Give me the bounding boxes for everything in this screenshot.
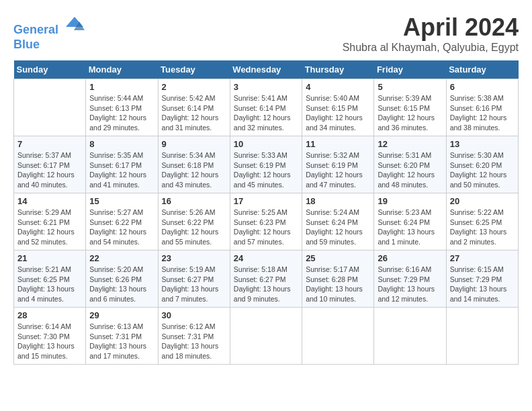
day-number: 25: [306, 253, 370, 263]
day-number: 21: [17, 253, 82, 263]
day-number: 9: [162, 139, 226, 149]
calendar-cell: 18Sunrise: 5:24 AM Sunset: 6:24 PM Dayli…: [302, 193, 374, 250]
day-detail: Sunrise: 5:26 AM Sunset: 6:22 PM Dayligh…: [162, 208, 226, 247]
calendar-cell: [446, 308, 518, 365]
calendar-cell: 30Sunrise: 6:12 AM Sunset: 7:31 PM Dayli…: [158, 308, 230, 365]
day-detail: Sunrise: 5:25 AM Sunset: 6:23 PM Dayligh…: [234, 208, 298, 247]
header-day-tuesday: Tuesday: [158, 60, 230, 79]
calendar-cell: 4Sunrise: 5:40 AM Sunset: 6:15 PM Daylig…: [302, 79, 374, 136]
day-number: 17: [234, 196, 298, 206]
day-detail: Sunrise: 5:18 AM Sunset: 6:27 PM Dayligh…: [234, 265, 298, 304]
calendar-week-3: 14Sunrise: 5:29 AM Sunset: 6:21 PM Dayli…: [14, 193, 519, 250]
day-detail: Sunrise: 5:39 AM Sunset: 6:15 PM Dayligh…: [378, 93, 442, 133]
logo: General Blue: [13, 13, 85, 52]
calendar-header-row: SundayMondayTuesdayWednesdayThursdayFrid…: [14, 60, 519, 79]
day-number: 3: [234, 82, 298, 92]
day-number: 2: [162, 82, 226, 92]
day-number: 10: [234, 139, 298, 149]
day-number: 22: [89, 253, 154, 263]
day-number: 1: [89, 82, 154, 92]
day-detail: Sunrise: 5:34 AM Sunset: 6:18 PM Dayligh…: [162, 150, 226, 190]
title-area: April 2024 Shubra al Khaymah, Qalyubia, …: [343, 13, 519, 54]
calendar-cell: [14, 79, 86, 136]
page-header: General Blue April 2024 Shubra al Khayma…: [13, 13, 519, 54]
day-detail: Sunrise: 6:16 AM Sunset: 7:29 PM Dayligh…: [378, 265, 442, 304]
day-detail: Sunrise: 5:44 AM Sunset: 6:13 PM Dayligh…: [89, 93, 154, 133]
day-detail: Sunrise: 5:19 AM Sunset: 6:27 PM Dayligh…: [162, 265, 226, 304]
day-number: 16: [162, 196, 226, 206]
day-detail: Sunrise: 5:20 AM Sunset: 6:26 PM Dayligh…: [89, 265, 154, 304]
location-subtitle: Shubra al Khaymah, Qalyubia, Egypt: [343, 42, 519, 54]
calendar-cell: 24Sunrise: 5:18 AM Sunset: 6:27 PM Dayli…: [230, 250, 302, 308]
day-detail: Sunrise: 5:17 AM Sunset: 6:28 PM Dayligh…: [306, 265, 370, 304]
calendar-cell: 20Sunrise: 5:22 AM Sunset: 6:25 PM Dayli…: [446, 193, 518, 250]
day-detail: Sunrise: 5:35 AM Sunset: 6:17 PM Dayligh…: [89, 150, 154, 190]
calendar-week-2: 7Sunrise: 5:37 AM Sunset: 6:17 PM Daylig…: [14, 136, 519, 193]
day-detail: Sunrise: 5:23 AM Sunset: 6:24 PM Dayligh…: [378, 208, 442, 247]
day-number: 14: [17, 196, 82, 206]
calendar-cell: 27Sunrise: 6:15 AM Sunset: 7:29 PM Dayli…: [446, 250, 518, 308]
header-day-thursday: Thursday: [302, 60, 374, 79]
day-number: 4: [306, 82, 370, 92]
calendar-cell: 13Sunrise: 5:30 AM Sunset: 6:20 PM Dayli…: [446, 136, 518, 193]
logo-line1: General: [13, 23, 58, 36]
day-number: 29: [89, 310, 154, 320]
calendar-cell: 11Sunrise: 5:32 AM Sunset: 6:19 PM Dayli…: [302, 136, 374, 193]
day-detail: Sunrise: 5:40 AM Sunset: 6:15 PM Dayligh…: [306, 93, 370, 133]
day-number: 30: [162, 310, 226, 320]
calendar-cell: 3Sunrise: 5:41 AM Sunset: 6:14 PM Daylig…: [230, 79, 302, 136]
day-number: 23: [162, 253, 226, 263]
calendar-table: SundayMondayTuesdayWednesdayThursdayFrid…: [13, 60, 519, 365]
day-number: 7: [17, 139, 82, 149]
header-day-friday: Friday: [374, 60, 446, 79]
day-number: 24: [234, 253, 298, 263]
calendar-week-4: 21Sunrise: 5:21 AM Sunset: 6:25 PM Dayli…: [14, 250, 519, 308]
day-detail: Sunrise: 5:22 AM Sunset: 6:25 PM Dayligh…: [450, 208, 515, 247]
day-number: 13: [450, 139, 515, 149]
day-number: 12: [378, 139, 442, 149]
calendar-cell: 22Sunrise: 5:20 AM Sunset: 6:26 PM Dayli…: [86, 250, 158, 308]
calendar-cell: 14Sunrise: 5:29 AM Sunset: 6:21 PM Dayli…: [14, 193, 86, 250]
calendar-cell: 23Sunrise: 5:19 AM Sunset: 6:27 PM Dayli…: [158, 250, 230, 308]
calendar-cell: [374, 308, 446, 365]
calendar-cell: 12Sunrise: 5:31 AM Sunset: 6:20 PM Dayli…: [374, 136, 446, 193]
day-detail: Sunrise: 5:24 AM Sunset: 6:24 PM Dayligh…: [306, 208, 370, 247]
logo-icon: [64, 13, 85, 34]
calendar-week-5: 28Sunrise: 6:14 AM Sunset: 7:30 PM Dayli…: [14, 308, 519, 365]
logo-text: General: [13, 13, 85, 38]
calendar-cell: 9Sunrise: 5:34 AM Sunset: 6:18 PM Daylig…: [158, 136, 230, 193]
calendar-cell: 25Sunrise: 5:17 AM Sunset: 6:28 PM Dayli…: [302, 250, 374, 308]
day-detail: Sunrise: 5:31 AM Sunset: 6:20 PM Dayligh…: [378, 150, 442, 190]
day-detail: Sunrise: 6:14 AM Sunset: 7:30 PM Dayligh…: [17, 322, 82, 361]
calendar-cell: 5Sunrise: 5:39 AM Sunset: 6:15 PM Daylig…: [374, 79, 446, 136]
calendar-cell: 15Sunrise: 5:27 AM Sunset: 6:22 PM Dayli…: [86, 193, 158, 250]
calendar-cell: 29Sunrise: 6:13 AM Sunset: 7:31 PM Dayli…: [86, 308, 158, 365]
day-number: 19: [378, 196, 442, 206]
calendar-cell: 16Sunrise: 5:26 AM Sunset: 6:22 PM Dayli…: [158, 193, 230, 250]
header-day-saturday: Saturday: [446, 60, 518, 79]
calendar-cell: 10Sunrise: 5:33 AM Sunset: 6:19 PM Dayli…: [230, 136, 302, 193]
day-number: 26: [378, 253, 442, 263]
day-number: 5: [378, 82, 442, 92]
calendar-cell: 19Sunrise: 5:23 AM Sunset: 6:24 PM Dayli…: [374, 193, 446, 250]
day-detail: Sunrise: 5:42 AM Sunset: 6:14 PM Dayligh…: [162, 93, 226, 133]
calendar-cell: 26Sunrise: 6:16 AM Sunset: 7:29 PM Dayli…: [374, 250, 446, 308]
calendar-cell: 6Sunrise: 5:38 AM Sunset: 6:16 PM Daylig…: [446, 79, 518, 136]
header-day-monday: Monday: [86, 60, 158, 79]
day-number: 6: [450, 82, 515, 92]
day-number: 27: [450, 253, 515, 263]
day-detail: Sunrise: 5:38 AM Sunset: 6:16 PM Dayligh…: [450, 93, 515, 133]
day-detail: Sunrise: 5:29 AM Sunset: 6:21 PM Dayligh…: [17, 208, 82, 247]
day-detail: Sunrise: 6:15 AM Sunset: 7:29 PM Dayligh…: [450, 265, 515, 304]
day-detail: Sunrise: 5:21 AM Sunset: 6:25 PM Dayligh…: [17, 265, 82, 304]
calendar-cell: 2Sunrise: 5:42 AM Sunset: 6:14 PM Daylig…: [158, 79, 230, 136]
day-detail: Sunrise: 5:27 AM Sunset: 6:22 PM Dayligh…: [89, 208, 154, 247]
calendar-cell: 1Sunrise: 5:44 AM Sunset: 6:13 PM Daylig…: [86, 79, 158, 136]
day-number: 18: [306, 196, 370, 206]
calendar-cell: 8Sunrise: 5:35 AM Sunset: 6:17 PM Daylig…: [86, 136, 158, 193]
day-number: 8: [89, 139, 154, 149]
calendar-cell: 17Sunrise: 5:25 AM Sunset: 6:23 PM Dayli…: [230, 193, 302, 250]
calendar-cell: 28Sunrise: 6:14 AM Sunset: 7:30 PM Dayli…: [14, 308, 86, 365]
logo-line2: Blue: [13, 38, 40, 51]
calendar-cell: 21Sunrise: 5:21 AM Sunset: 6:25 PM Dayli…: [14, 250, 86, 308]
